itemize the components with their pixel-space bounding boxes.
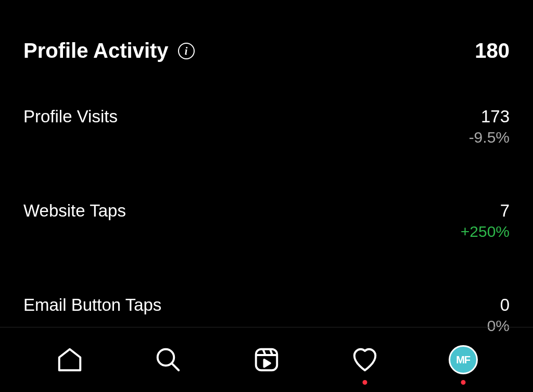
metric-value: 0 [487, 295, 510, 315]
profile-activity-section: Profile Activity i 180 Profile Visits 17… [0, 0, 533, 335]
svg-rect-2 [256, 349, 277, 371]
section-total-value: 180 [475, 39, 510, 62]
metric-value: 173 [469, 107, 510, 127]
info-icon[interactable]: i [178, 43, 195, 59]
metric-row-profile-visits: Profile Visits 173 -9.5% [23, 107, 510, 146]
notification-dot [362, 380, 367, 385]
nav-activity[interactable] [349, 344, 380, 375]
section-header-left: Profile Activity i [23, 39, 195, 62]
metric-values: 173 -9.5% [469, 107, 510, 146]
metric-label: Website Taps [23, 201, 126, 221]
metric-values: 7 +250% [461, 201, 510, 241]
avatar: MF [449, 345, 478, 374]
nav-search[interactable] [153, 344, 184, 375]
metric-change: +250% [461, 223, 510, 241]
nav-profile[interactable]: MF [448, 344, 479, 375]
heart-icon [351, 346, 379, 374]
svg-line-1 [172, 364, 179, 370]
metric-row-website-taps: Website Taps 7 +250% [23, 201, 510, 241]
metric-change: -9.5% [469, 129, 510, 146]
section-title: Profile Activity [23, 39, 169, 62]
reels-icon [252, 346, 281, 374]
avatar-text: MF [456, 354, 470, 366]
metric-value: 7 [461, 201, 510, 221]
notification-dot [461, 380, 465, 385]
metric-label: Email Button Taps [23, 295, 161, 315]
metric-label: Profile Visits [23, 107, 118, 127]
bottom-nav: MF [0, 327, 533, 392]
section-header-row: Profile Activity i 180 [23, 39, 510, 62]
nav-reels[interactable] [251, 344, 282, 375]
home-icon [56, 346, 84, 374]
search-icon [154, 346, 182, 374]
nav-home[interactable] [54, 344, 85, 375]
